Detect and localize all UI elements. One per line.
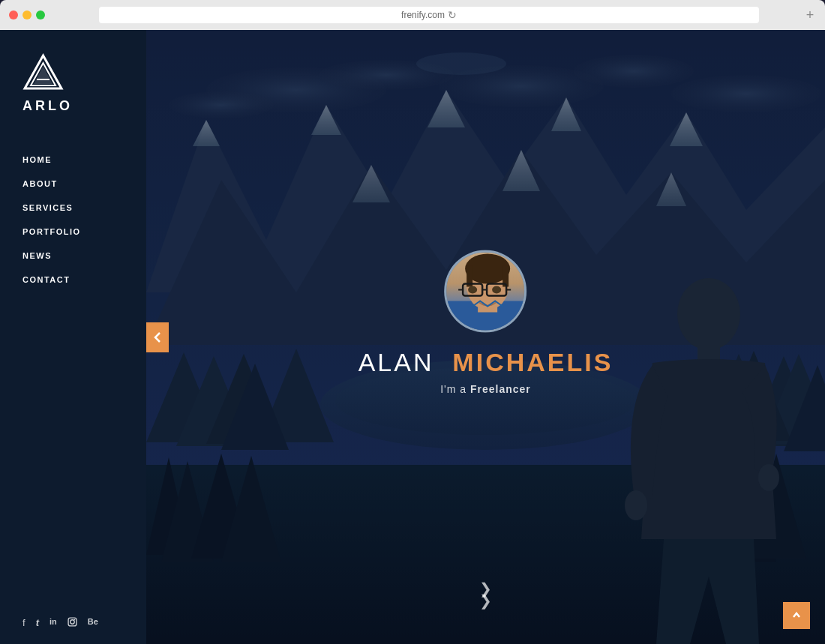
url-text: frenify.com <box>401 10 445 20</box>
navigation-menu: HOME ABOUT SERVICES PORTFOLIO NEWS CONTA… <box>0 133 146 602</box>
person-silhouette <box>592 254 802 644</box>
nav-item-portfolio[interactable]: PORTFOLIO <box>0 220 146 244</box>
avatar-face <box>446 252 524 330</box>
address-bar[interactable]: frenify.com ↻ <box>99 7 759 23</box>
facebook-icon[interactable]: f <box>22 617 26 629</box>
logo-area: ARLO <box>0 30 146 133</box>
main-content: ALAN MICHAELIS I'm a Freelancer ❯❯ <box>146 30 825 644</box>
hero-first-name: ALAN <box>358 347 434 376</box>
svg-point-6 <box>74 619 75 621</box>
refresh-icon[interactable]: ↻ <box>448 9 457 21</box>
logo-icon <box>22 52 64 94</box>
svg-point-47 <box>677 278 740 350</box>
hero-name: ALAN MICHAELIS <box>358 347 614 376</box>
hero-tagline: I'm a Freelancer <box>358 382 614 394</box>
scroll-down-indicator[interactable]: ❯❯ <box>479 583 492 607</box>
new-tab-button[interactable]: + <box>804 9 816 21</box>
maximize-button[interactable] <box>36 10 45 19</box>
sidebar: ARLO HOME ABOUT SERVICES PORTFOLIO NEWS … <box>0 30 146 644</box>
tagline-emphasis: Freelancer <box>470 382 531 394</box>
svg-point-63 <box>492 286 501 293</box>
svg-point-50 <box>758 464 779 491</box>
browser-chrome: frenify.com ↻ + <box>0 0 825 30</box>
nav-item-home[interactable]: HOME <box>0 148 146 172</box>
app-container: ARLO HOME ABOUT SERVICES PORTFOLIO NEWS … <box>0 30 825 644</box>
close-button[interactable] <box>9 10 18 19</box>
avatar <box>444 250 526 332</box>
tagline-prefix: I'm a <box>440 382 470 394</box>
traffic-lights <box>9 10 45 19</box>
nav-item-contact[interactable]: CONTACT <box>0 268 146 292</box>
hero-content: ALAN MICHAELIS I'm a Freelancer <box>358 250 614 394</box>
left-arrow-button[interactable] <box>146 322 169 352</box>
svg-point-62 <box>468 286 477 293</box>
nav-item-services[interactable]: SERVICES <box>0 196 146 220</box>
hero-last-name: MICHAELIS <box>452 347 613 376</box>
svg-point-49 <box>625 490 647 520</box>
behance-icon[interactable]: Be <box>88 617 98 629</box>
linkedin-icon[interactable]: in <box>50 617 57 629</box>
logo-text: ARLO <box>22 98 73 114</box>
minimize-button[interactable] <box>22 10 32 19</box>
instagram-icon[interactable] <box>68 617 77 629</box>
twitter-icon[interactable]: t <box>36 617 39 629</box>
nav-item-about[interactable]: ABOUT <box>0 172 146 196</box>
social-bar: f t in Be <box>0 602 146 644</box>
svg-point-5 <box>70 620 74 624</box>
svg-rect-4 <box>68 618 76 626</box>
scroll-top-button[interactable] <box>783 602 810 629</box>
nav-item-news[interactable]: NEWS <box>0 244 146 268</box>
